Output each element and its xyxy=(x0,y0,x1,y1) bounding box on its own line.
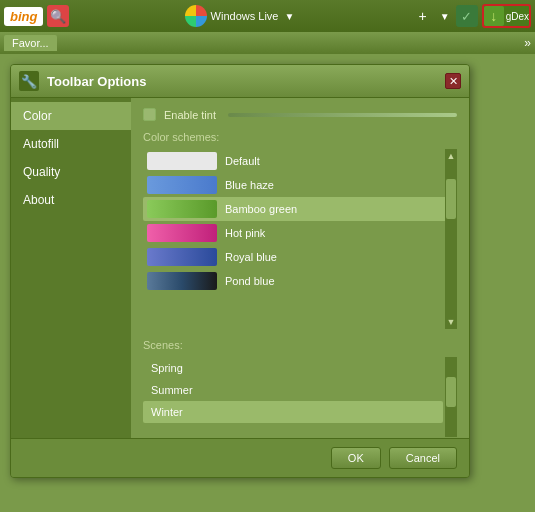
color-name-hot-pink: Hot pink xyxy=(225,227,265,239)
color-swatch-pond-blue xyxy=(147,272,217,290)
dialog-title: Toolbar Options xyxy=(47,74,437,89)
scrollbar-down-arrow[interactable]: ▼ xyxy=(445,315,457,329)
scenes-scrollbar[interactable] xyxy=(445,357,457,437)
enable-tint-checkbox[interactable] xyxy=(143,108,156,121)
main-toolbar: bing 🔍 Windows Live ▼ + ▼ ✓ ↓ gDex xyxy=(0,0,535,32)
scrollbar-thumb[interactable] xyxy=(446,179,456,219)
shield-icon: ✓ xyxy=(456,5,478,27)
color-item-royal-blue[interactable]: Royal blue xyxy=(143,245,457,269)
scenes-container: Spring Summer Winter xyxy=(143,357,457,437)
color-item-bamboo-green[interactable]: Bamboo green xyxy=(143,197,457,221)
color-name-bamboo-green: Bamboo green xyxy=(225,203,297,215)
options-content: Enable tint Color schemes: Default Blue … xyxy=(131,98,469,438)
dialog-footer: OK Cancel xyxy=(11,438,469,477)
color-name-default: Default xyxy=(225,155,260,167)
color-item-pond-blue[interactable]: Pond blue xyxy=(143,269,457,293)
scenes-scrollbar-thumb[interactable] xyxy=(446,377,456,407)
scenes-label: Scenes: xyxy=(143,339,457,351)
scrollbar-up-arrow[interactable]: ▲ xyxy=(445,149,457,163)
color-swatch-royal-blue xyxy=(147,248,217,266)
bing-logo: bing xyxy=(4,7,43,26)
sidebar-item-quality[interactable]: Quality xyxy=(11,158,131,186)
scene-item-summer[interactable]: Summer xyxy=(143,379,443,401)
gdex-icon: ↓ xyxy=(484,6,504,26)
dialog-body: Color Autofill Quality About Enable tint… xyxy=(11,98,469,438)
navigation-bar: Favor... » xyxy=(0,32,535,54)
color-swatch-bamboo-green xyxy=(147,200,217,218)
windows-live-label: Windows Live xyxy=(211,10,279,22)
color-item-hot-pink[interactable]: Hot pink xyxy=(143,221,457,245)
nav-arrow[interactable]: » xyxy=(524,36,531,50)
color-schemes-label: Color schemes: xyxy=(143,131,457,143)
enable-tint-label: Enable tint xyxy=(164,109,216,121)
enable-tint-row: Enable tint xyxy=(143,108,457,121)
color-item-blue-haze[interactable]: Blue haze xyxy=(143,173,457,197)
color-name-pond-blue: Pond blue xyxy=(225,275,275,287)
ok-button[interactable]: OK xyxy=(331,447,381,469)
color-list-scrollbar[interactable]: ▲ ▼ xyxy=(445,149,457,329)
tint-slider[interactable] xyxy=(228,113,457,117)
color-list-container: Default Blue haze Bamboo green Hot xyxy=(143,149,457,329)
search-icon[interactable]: 🔍 xyxy=(47,5,69,27)
color-name-blue-haze: Blue haze xyxy=(225,179,274,191)
color-swatch-hot-pink xyxy=(147,224,217,242)
color-item-default[interactable]: Default xyxy=(143,149,457,173)
options-sidebar: Color Autofill Quality About xyxy=(11,98,131,438)
sidebar-item-color[interactable]: Color xyxy=(11,102,131,130)
color-swatch-blue-haze xyxy=(147,176,217,194)
scene-item-winter[interactable]: Winter xyxy=(143,401,443,423)
toolbar-options-dialog: 🔧 Toolbar Options ✕ Color Autofill Quali… xyxy=(10,64,470,478)
sidebar-item-about[interactable]: About xyxy=(11,186,131,214)
color-name-royal-blue: Royal blue xyxy=(225,251,277,263)
cancel-button[interactable]: Cancel xyxy=(389,447,457,469)
color-swatch-default xyxy=(147,152,217,170)
favorites-tab[interactable]: Favor... xyxy=(4,35,57,51)
windows-live-logo xyxy=(185,5,207,27)
color-list: Default Blue haze Bamboo green Hot xyxy=(143,149,457,329)
dialog-icon: 🔧 xyxy=(19,71,39,91)
scene-item-spring[interactable]: Spring xyxy=(143,357,443,379)
add-button[interactable]: + xyxy=(412,5,434,27)
sidebar-item-autofill[interactable]: Autofill xyxy=(11,130,131,158)
add-dropdown[interactable]: ▼ xyxy=(438,5,452,27)
dialog-titlebar: 🔧 Toolbar Options ✕ xyxy=(11,65,469,98)
gdex-arrow-icon: ↓ xyxy=(490,8,497,24)
windows-live-dropdown[interactable]: ▼ xyxy=(282,5,296,27)
gdex-label: gDex xyxy=(506,11,529,22)
dialog-backdrop: 🔧 Toolbar Options ✕ Color Autofill Quali… xyxy=(0,54,535,512)
dialog-close-button[interactable]: ✕ xyxy=(445,73,461,89)
